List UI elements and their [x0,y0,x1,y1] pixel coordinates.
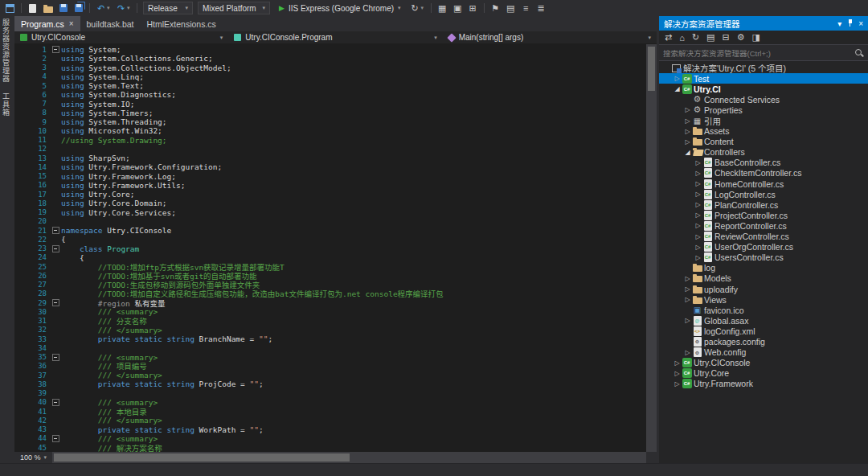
expand-arrow-icon[interactable]: ▷ [683,116,692,126]
home-icon[interactable]: ⌂ [679,33,685,43]
tree-item-checkitemcontroller-cs[interactable]: ▷C#CheckItemController.cs [659,168,868,178]
redo-dropdown-icon[interactable]: ▾ [127,5,133,11]
code-line[interactable]: 39 [14,389,646,398]
expand-arrow-icon[interactable]: ▷ [694,220,702,231]
expand-arrow-icon[interactable]: ▷ [694,168,702,178]
collapse-region-icon[interactable] [52,299,59,306]
expand-arrow-icon[interactable]: ▷ [683,294,692,305]
code-line[interactable]: 12 [14,145,646,154]
tree-item-logconfig-xml[interactable]: <>logConfig.xml [659,326,868,336]
tree-item-userscontroller-cs[interactable]: ▷C#UsersController.cs [659,252,868,263]
code-line[interactable]: 6using System.Diagnostics; [14,90,646,99]
tree-item-views[interactable]: ▷Views [659,294,868,305]
start-debugging-button[interactable]: ▶ IIS Express (Google Chrome) ▾ [273,2,407,14]
refresh-icon[interactable]: ↻ [408,2,422,14]
expand-arrow-icon[interactable]: ◢ [683,147,692,158]
expand-arrow-icon[interactable]: ▷ [683,284,692,294]
tab-server-explorer[interactable]: 服务器资源管理器 [1,18,11,83]
tree-item-packages-config[interactable]: ⚙packages.config [659,336,868,347]
tab-toolbox[interactable]: 工具箱 [1,92,11,117]
code-line[interactable]: 14using Utry.Framework.Configuration; [14,162,646,171]
tree-item-userorgcontroller-cs[interactable]: ▷C#UserOrgController.cs [659,242,868,252]
tree-item-log[interactable]: log [659,263,868,273]
tab-program-cs[interactable]: Program.cs× [14,16,80,31]
code-line[interactable]: 18using Utry.Core.Domain; [14,199,646,207]
solution-platform-select[interactable]: Mixed Platform ▾ [198,2,270,14]
code-line[interactable]: 17using Utry.Core; [14,190,646,199]
app-window-icon[interactable] [3,2,17,14]
code-editor[interactable]: 1using System;2using System.Collections.… [14,44,657,452]
refresh-icon[interactable]: ↻ [692,32,699,43]
code-line[interactable]: 4using System.Linq; [14,72,646,81]
tree-item-connected-services[interactable]: ⚙Connected Services [659,94,868,105]
code-line[interactable]: 20 [14,217,646,226]
preview-selected-icon[interactable]: ◨ [752,32,760,43]
menu-icon[interactable]: ≡ [519,2,533,14]
code-line[interactable]: 43 private static string WorkPath = ""; [14,425,646,434]
tree-item-global-asax[interactable]: ▷@Global.asax [659,315,868,326]
refresh-dropdown-icon[interactable]: ▾ [421,5,427,11]
code-line[interactable]: 8using System.Timers; [14,109,646,117]
window-position-icon[interactable]: ▾ [837,19,841,28]
expand-arrow-icon[interactable]: ▷ [683,347,692,358]
horizontal-scrollbar[interactable] [52,452,646,463]
output-window-icon[interactable]: ≣ [534,2,548,14]
save-all-icon[interactable] [72,2,85,14]
task-list-icon[interactable]: ▤ [504,2,518,14]
code-line[interactable]: 31 /// 分支名称 [14,317,646,326]
sync-active-document-icon[interactable]: ⇄ [665,32,672,43]
code-line[interactable]: 2using System.Collections.Generic; [14,54,646,63]
expand-arrow-icon[interactable]: ▷ [683,126,692,137]
collapse-region-icon[interactable] [52,354,59,361]
member-dropdown[interactable]: Main(string[] args) ▾ [443,31,657,43]
code-line[interactable]: 5using System.Text; [14,81,646,90]
tree-item-basecontroller-cs[interactable]: ▷C#BaseController.cs [659,158,868,168]
solution-explorer-titlebar[interactable]: 解决方案资源管理器 ▾ × [659,16,868,31]
collapse-region-icon[interactable] [52,227,59,234]
tree-item-homecontroller-cs[interactable]: ▷C#HomeController.cs [659,178,868,189]
tree-item-utry-core[interactable]: ▷C#Utry.Core [659,368,868,379]
pin-icon[interactable] [846,18,854,28]
tab-htmlextensions-cs[interactable]: HtmlExtensions.cs [141,16,223,31]
type-dropdown[interactable]: Utry.CIConsole.Program ▾ [228,31,442,43]
expand-arrow-icon[interactable]: ▷ [694,178,702,189]
collapse-region-icon[interactable] [52,399,59,406]
build-icon[interactable]: ▦ [436,2,449,14]
tree-item-uploadify[interactable]: ▷uploadify [659,284,868,294]
bookmark-icon[interactable]: ⚑ [489,2,502,14]
expand-arrow-icon[interactable]: ▷ [683,137,692,147]
tree-item-projectcontroller-cs[interactable]: ▷C#ProjectController.cs [659,210,868,220]
code-line[interactable]: 23 class Program [14,244,646,253]
tree-item-utry-ci-5[interactable]: 解决方案'Utry.CI' (5 个项目) [659,63,868,73]
project-dropdown[interactable]: Utry.CIConsole ▾ [14,31,228,43]
properties-icon[interactable]: ⚙ [737,32,745,43]
save-icon[interactable] [56,2,70,14]
tree-item-web-config[interactable]: ▷⚙Web.config [659,347,868,358]
expand-arrow-icon[interactable]: ▷ [673,358,682,368]
code-line[interactable]: 29 #region 私有变量 [14,298,646,307]
expand-arrow-icon[interactable]: ▷ [694,242,702,252]
code-line[interactable]: 32 /// </summary> [14,326,646,334]
code-line[interactable]: 19using Utry.Core.Services; [14,208,646,217]
immediate-window-icon[interactable]: ⊞ [466,2,480,14]
code-line[interactable]: 13using SharpSvn; [14,154,646,162]
zoom-control[interactable]: 100 % ▾ [14,452,52,463]
expand-arrow-icon[interactable]: ◢ [673,84,682,94]
tree-item-reportcontroller-cs[interactable]: ▷C#ReportController.cs [659,220,868,231]
expand-arrow-icon[interactable]: ▷ [694,252,702,263]
scrollbar-thumb[interactable] [54,453,350,462]
expand-arrow-icon[interactable]: ▷ [683,105,692,115]
breakpoints-window-icon[interactable]: ▣ [451,2,465,14]
collapse-region-icon[interactable] [52,435,59,442]
expand-arrow-icon[interactable]: ▷ [683,273,692,284]
code-surface[interactable]: 1using System;2using System.Collections.… [14,44,646,452]
tree-item-test[interactable]: ▷C#Test [659,73,868,84]
tree-item-utry-framework[interactable]: ▷C#Utry.Framework [659,379,868,389]
expand-arrow-icon[interactable]: ▷ [694,158,702,168]
tree-item-favicon-ico[interactable]: ▣favicon.ico [659,305,868,315]
code-line[interactable]: 41 /// 本地目录 [14,407,646,416]
tree-item-assets[interactable]: ▷Assets [659,126,868,137]
tree-item-properties[interactable]: ▷⚙Properties [659,105,868,115]
vertical-scrollbar[interactable] [646,44,657,452]
undo-icon[interactable]: ↶ [94,2,108,14]
